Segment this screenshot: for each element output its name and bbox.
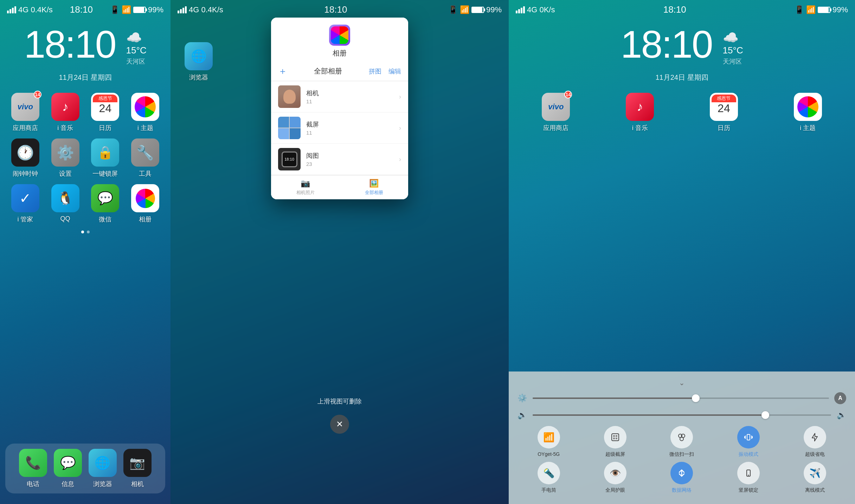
app-clock[interactable]: 🕐 闹钟时钟 (7, 138, 44, 178)
app-calendar[interactable]: 感恩节 24 日历 (87, 93, 124, 132)
album-camera-arrow: › (399, 93, 401, 101)
volume-control[interactable]: 🔈 🔊 (518, 411, 846, 420)
add-album-button[interactable]: ＋ (278, 65, 287, 77)
eye-protect-circle: 👁️ (604, 462, 626, 484)
album-reader-name: 阅图 (306, 151, 393, 160)
app-theme[interactable]: i 主题 (127, 93, 163, 132)
dock-message[interactable]: 💬 信息 (54, 449, 82, 488)
dock-camera[interactable]: 📷 相机 (123, 449, 152, 488)
app-settings[interactable]: ⚙️ 设置 (47, 138, 84, 178)
album-screenshot-name: 截屏 (306, 120, 393, 129)
album-camera-info: 相机 11 (306, 89, 393, 104)
edit-button[interactable]: 编辑 (388, 67, 401, 76)
dock-browser[interactable]: 🌐 浏览器 (89, 449, 117, 488)
app-wechat[interactable]: 💬 微信 (87, 184, 124, 224)
svg-rect-0 (612, 434, 619, 441)
battery-pct-3: 99% (832, 5, 848, 14)
album-reader-thumb: 18:10 (278, 148, 301, 170)
brightness-control[interactable]: ⚙️ A (518, 392, 846, 404)
auto-brightness-button[interactable]: A (834, 392, 846, 404)
toggle-data[interactable]: 数据网络 (651, 462, 713, 493)
album-reader[interactable]: 18:10 阅图 23 › (271, 144, 408, 175)
albums-tab-icon: 🖼️ (369, 179, 379, 188)
toggle-wifi[interactable]: 📶 OYget-5G (518, 426, 580, 458)
app-manager[interactable]: ✓ i 管家 (7, 184, 44, 224)
status-time-2: 18:10 (324, 4, 347, 15)
toggle-wechat-scan[interactable]: 微信扫一扫 (651, 426, 713, 458)
photos-modal: 相册 ＋ 全部相册 拼图 编辑 相机 11 (271, 18, 408, 199)
album-screenshot[interactable]: 截屏 11 › (271, 112, 408, 144)
album-list: 相机 11 › 截屏 11 (271, 81, 408, 175)
swipe-hint: 上滑视图可删除 (317, 397, 362, 406)
status-right-3: 📱 📶 99% (795, 5, 848, 14)
album-camera[interactable]: 相机 11 › (271, 81, 408, 112)
close-photos-button[interactable]: ✕ (330, 415, 349, 434)
clock-right-3: ☁️ 15°C 天河区 (723, 25, 743, 66)
location-3: 天河区 (723, 57, 743, 66)
album-screenshot-arrow: › (399, 124, 401, 132)
toggle-screenshot[interactable]: 超级截屏 (584, 426, 646, 458)
power-save-circle (804, 426, 826, 448)
collage-button[interactable]: 拼图 (369, 67, 381, 76)
chevron-down-icon: ⌄ (679, 379, 685, 387)
control-chevron: ⌄ (518, 379, 846, 387)
s3-app-store[interactable]: vivo 14 应用商店 (516, 93, 596, 132)
toggle-rotate[interactable]: 竖屏锁定 (717, 462, 779, 493)
album-camera-count: 11 (306, 98, 393, 104)
network-speed-2: 4G 0.4K/s (189, 5, 223, 14)
toggle-flashlight[interactable]: 🔦 手电筒 (518, 462, 580, 493)
power-save-label: 超级省电 (805, 451, 825, 458)
photos-tabbar: 📷 相机照片 🖼️ 全部相册 (271, 175, 408, 199)
eye-protect-label: 全局护眼 (605, 487, 625, 493)
data-label: 数据网络 (672, 487, 692, 493)
screen3-control-center: 4G 0K/s 18:10 📱 📶 99% 18:10 ☁️ 15°C 天河区 … (509, 0, 855, 504)
toggle-vibrate[interactable]: 振动模式 (717, 426, 779, 458)
app-store[interactable]: vivo 14 应用商店 (7, 93, 44, 132)
volume-low-icon: 🔈 (518, 411, 527, 420)
app-music[interactable]: ♪ i 音乐 (47, 93, 84, 132)
svg-rect-4 (616, 438, 617, 439)
svg-rect-1 (613, 435, 615, 437)
app-photos[interactable]: 相册 (127, 184, 163, 224)
flashlight-label: 手电筒 (541, 487, 556, 493)
brightness-slider[interactable] (533, 398, 829, 399)
wechat-scan-label: 微信扫一扫 (669, 451, 694, 458)
clock-date-3: 11月24日 星期四 (509, 73, 855, 82)
app-tools[interactable]: 🔧 工具 (127, 138, 163, 178)
svg-point-7 (680, 437, 683, 441)
photos-app-icon (329, 25, 350, 46)
status-time-3: 18:10 (663, 4, 686, 15)
signal-icon-1 (7, 6, 16, 13)
battery-icon-1 (133, 7, 146, 13)
battery-pct-2: 99% (486, 5, 502, 14)
network-speed-3: 4G 0K/s (527, 5, 555, 14)
dock-phone[interactable]: 📞 电话 (19, 449, 47, 488)
wechat-scan-circle (670, 426, 693, 448)
toggle-power-save[interactable]: 超级省电 (784, 426, 846, 458)
toggle-eye-protect[interactable]: 👁️ 全局护眼 (584, 462, 646, 493)
clock-area-3: 18:10 ☁️ 15°C 天河区 (509, 18, 855, 69)
album-camera-thumb (278, 85, 301, 108)
app-grid-1: vivo 14 应用商店 ♪ i 音乐 感恩节 24 日历 (0, 82, 171, 229)
tab-all-albums[interactable]: 🖼️ 全部相册 (365, 179, 383, 196)
album-reader-count: 23 (306, 161, 393, 167)
photos-modal-header: 相册 (271, 18, 408, 62)
s3-app-calendar[interactable]: 感恩节 24 日历 (684, 93, 764, 132)
svg-rect-2 (616, 435, 617, 437)
brightness-icon: ⚙️ (518, 394, 527, 403)
toolbar-actions: 拼图 编辑 (369, 67, 401, 76)
albums-title: 全部相册 (314, 66, 342, 76)
data-circle (670, 462, 693, 484)
s3-app-theme[interactable]: i 主题 (767, 93, 848, 132)
status-time-1: 18:10 (70, 4, 93, 15)
tab-camera-roll[interactable]: 📷 相机照片 (296, 179, 315, 196)
s3-app-music[interactable]: ♪ i 音乐 (600, 93, 680, 132)
status-right-1: 📱 📶 99% (110, 5, 163, 14)
volume-slider[interactable] (533, 414, 831, 416)
toggle-airplane[interactable]: ✈️ 离线模式 (784, 462, 846, 493)
photos-toolbar: ＋ 全部相册 拼图 编辑 (271, 62, 408, 81)
app-lock[interactable]: 🔒 一键锁屏 (87, 138, 124, 178)
app-qq[interactable]: 🐧 QQ (47, 184, 84, 224)
album-camera-name: 相机 (306, 89, 393, 97)
signal-icon-2 (178, 6, 187, 13)
